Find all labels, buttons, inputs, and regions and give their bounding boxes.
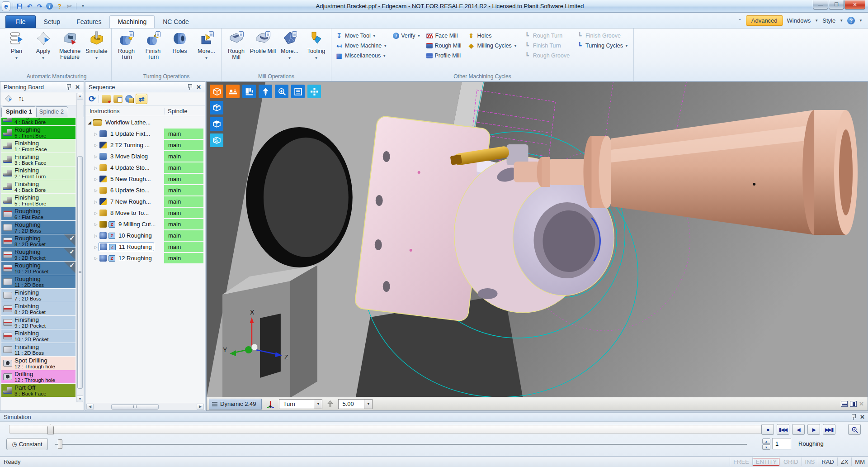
tolerance-select[interactable]: 5.00 ▼: [338, 399, 373, 409]
close-panel-icon[interactable]: ✕: [74, 84, 81, 91]
tooling-button[interactable]: Tooling▼: [303, 29, 330, 61]
column-spindle[interactable]: Spindle: [164, 108, 205, 114]
expand-arrow-icon[interactable]: ▷: [93, 222, 99, 227]
more-button[interactable]: More...▼: [193, 29, 220, 61]
operation-item[interactable]: Roughing10 : 2D Pocket: [1, 262, 75, 275]
go-to-start-button[interactable]: ▮◀◀: [777, 424, 789, 435]
sync-icon[interactable]: ⇄: [136, 94, 147, 104]
operation-item[interactable]: Roughing11 : 2D Boss: [1, 275, 75, 288]
scroll-left-icon[interactable]: ◀: [86, 404, 94, 410]
operation-item[interactable]: Finishing2 : Front Turn: [1, 167, 75, 180]
operation-item[interactable]: Spot Drilling12 : Through hole: [1, 357, 75, 370]
expand-arrow-icon[interactable]: ◢: [87, 120, 92, 125]
expand-arrow-icon[interactable]: ▷: [93, 166, 99, 170]
plan-diamond-icon[interactable]: [5, 95, 13, 103]
operation-item[interactable]: Finishing5 : Front Bore: [1, 194, 75, 207]
help-menu-arrow-icon[interactable]: ▼: [859, 19, 863, 23]
speed-slider[interactable]: [55, 444, 747, 445]
simulation-zoom-icon[interactable]: [848, 424, 861, 435]
stop-button[interactable]: ■: [761, 424, 774, 435]
dropdown-arrow-icon[interactable]: ▼: [314, 400, 322, 409]
verify-button[interactable]: iVerify▼: [391, 31, 424, 41]
macro-icon[interactable]: [102, 95, 111, 103]
windows-menu[interactable]: Windows: [787, 17, 811, 24]
operation-item[interactable]: Finishing8 : 2D Pocket: [1, 302, 75, 315]
style-menu-arrow-icon[interactable]: ▼: [840, 19, 843, 23]
sequence-hscrollbar[interactable]: ◀ ▶: [86, 403, 204, 410]
status-toggle-mm[interactable]: MM: [851, 457, 868, 466]
spinner-up-icon[interactable]: ▲: [762, 438, 770, 444]
restore-button[interactable]: ❐: [829, 0, 844, 10]
simulate-button[interactable]: Simulate▼: [83, 29, 110, 61]
dropdown-arrow-icon[interactable]: ▼: [95, 55, 99, 61]
operation-item[interactable]: Roughing8 : 2D Pocket: [1, 234, 75, 248]
operation-item[interactable]: Finishing10 : 2D Pocket: [1, 329, 75, 343]
go-to-end-button[interactable]: ▶▶▮: [823, 424, 835, 435]
tab-setup[interactable]: Setup: [36, 15, 69, 28]
operation-item[interactable]: Finishing9 : 2D Pocket: [1, 316, 75, 329]
operation-item[interactable]: Roughing5 : Front Bore: [1, 126, 75, 139]
tab-nc-code[interactable]: NC Code: [155, 15, 197, 28]
play-button[interactable]: ▶: [807, 424, 820, 435]
machine-tool-display-icon[interactable]: [242, 85, 256, 98]
step-number-field[interactable]: 1: [772, 438, 791, 449]
expand-arrow-icon[interactable]: ▷: [93, 256, 99, 261]
status-toggle-zx[interactable]: ZX: [837, 457, 852, 466]
instruction-row[interactable]: ▷8 Move to To...main: [86, 207, 204, 219]
view-menu-icon[interactable]: [212, 402, 217, 406]
splitter-grip[interactable]: [79, 271, 81, 274]
expand-arrow-icon[interactable]: ▷: [93, 154, 99, 159]
holes-button[interactable]: Holes: [166, 29, 193, 54]
dropdown-arrow-icon[interactable]: ▼: [514, 44, 517, 48]
dropdown-arrow-icon[interactable]: ▼: [625, 44, 628, 48]
report-icon[interactable]: [113, 95, 123, 103]
operation-item[interactable]: Finishing11 : 2D Boss: [1, 343, 75, 356]
operation-item[interactable]: Roughing9 : 2D Pocket: [1, 248, 75, 261]
operation-item[interactable]: Finishing7 : 2D Boss: [1, 289, 75, 302]
scroll-up-icon[interactable]: ▲: [77, 93, 83, 100]
expand-arrow-icon[interactable]: ▷: [93, 200, 99, 204]
scroll-right-icon[interactable]: ▶: [197, 404, 204, 410]
undo-icon[interactable]: ↶: [25, 2, 34, 10]
status-toggle-ins[interactable]: INS: [802, 457, 818, 466]
operation-item[interactable]: Roughing7 : 2D Boss: [1, 221, 75, 234]
instruction-row[interactable]: ▷Z11 Roughingmain: [86, 241, 204, 253]
pin-icon[interactable]: [851, 414, 855, 420]
expand-arrow-icon[interactable]: ▷: [93, 188, 99, 193]
column-instructions[interactable]: Instructions: [85, 108, 164, 114]
expand-arrow-icon[interactable]: ▷: [93, 234, 99, 238]
planning-scrollbar[interactable]: ▲ ▼: [76, 93, 83, 402]
refresh-icon[interactable]: ⟳: [89, 95, 96, 104]
machine-feature-button[interactable]: Machine Feature: [57, 29, 83, 60]
fixture-display-icon[interactable]: [210, 117, 223, 131]
windows-menu-arrow-icon[interactable]: ▼: [815, 19, 818, 23]
cut-icon[interactable]: ✂: [65, 2, 74, 10]
dropdown-arrow-icon[interactable]: ▼: [417, 34, 420, 38]
toolpath-display-icon[interactable]: [210, 133, 223, 147]
move-tool-button[interactable]: ↧Move Tool▼: [333, 31, 391, 41]
save-icon[interactable]: [15, 2, 24, 10]
miscellaneous-button[interactable]: ▦Miscellaneous▼: [333, 51, 391, 61]
scrollbar-thumb[interactable]: [77, 156, 83, 389]
tool-display-icon[interactable]: [259, 85, 272, 98]
operation-item[interactable]: Roughing6 : Flat Face: [1, 207, 75, 220]
turning-cycles-button[interactable]: ┗Turning Cycles▼: [573, 41, 632, 51]
rough-mill-button[interactable]: Rough Mill: [424, 41, 465, 51]
3d-model-scene[interactable]: X Z Y: [207, 82, 868, 398]
dropdown-arrow-icon[interactable]: ▼: [383, 44, 387, 48]
simulation-progress-slider[interactable]: [9, 425, 763, 434]
milling-cycles-button[interactable]: ◆Milling Cycles▼: [465, 41, 520, 51]
plan-button[interactable]: Plan▼: [3, 29, 30, 61]
split-horizontal-icon[interactable]: [841, 401, 848, 407]
scroll-down-icon[interactable]: ▼: [77, 396, 83, 402]
dropdown-arrow-icon[interactable]: ▼: [205, 55, 208, 61]
customize-icon[interactable]: ▼: [79, 2, 87, 10]
dropdown-arrow-icon[interactable]: ▼: [15, 55, 19, 61]
axis-mode-icon[interactable]: [266, 400, 275, 409]
expand-arrow-icon[interactable]: ▷: [93, 143, 99, 148]
style-menu[interactable]: Style: [822, 17, 835, 24]
spindle-tab-1[interactable]: Spindle 1: [1, 106, 37, 117]
spinner-down-icon[interactable]: ▼: [762, 444, 770, 450]
point-grid-icon[interactable]: [307, 85, 321, 98]
view-mode-chip[interactable]: Dynamic 2.49: [209, 399, 262, 410]
